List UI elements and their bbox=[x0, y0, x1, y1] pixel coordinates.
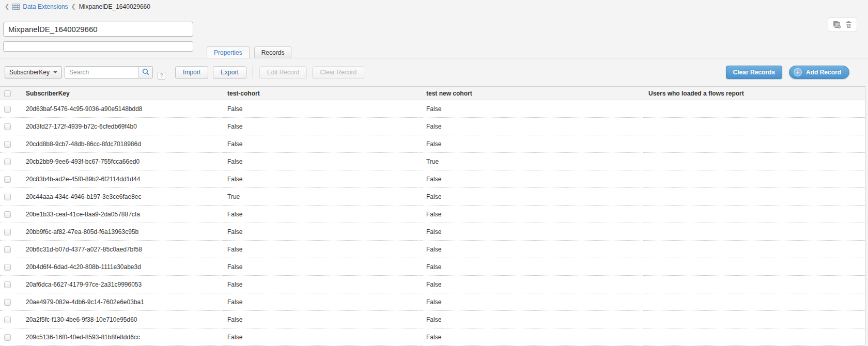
table-row[interactable]: 20a2f5fc-f130-4be6-9f38-10e710e95d60Fals… bbox=[0, 311, 865, 328]
column-header-flows-report: Users who loaded a flows report bbox=[643, 87, 865, 100]
test-new-cohort-cell: False bbox=[421, 170, 643, 188]
test-new-cohort-cell: False bbox=[421, 241, 643, 258]
row-checkbox[interactable] bbox=[4, 211, 11, 218]
test-new-cohort-cell: False bbox=[421, 188, 643, 206]
records-table-container: SubscriberKey test-cohort test new cohor… bbox=[0, 86, 865, 346]
records-toolbar: SubscriberKey ? Import Export Edit Recor… bbox=[0, 58, 868, 86]
breadcrumb-separator-icon: ❮ bbox=[71, 4, 76, 9]
import-button[interactable]: Import bbox=[175, 66, 208, 79]
tab-records[interactable]: Records bbox=[254, 46, 292, 58]
subscriber-key-cell: 20d3fd27-172f-4939-b72c-6cfedb69f4b0 bbox=[21, 118, 222, 135]
test-cohort-cell: False bbox=[222, 311, 421, 328]
test-cohort-cell: False bbox=[222, 206, 421, 223]
search-icon bbox=[142, 68, 149, 77]
copy-icon[interactable] bbox=[833, 21, 841, 28]
test-new-cohort-cell: False bbox=[421, 311, 643, 328]
test-new-cohort-cell: False bbox=[421, 293, 643, 311]
table-row[interactable]: 20d3fd27-172f-4939-b72c-6cfedb69f4b0Fals… bbox=[0, 118, 865, 135]
table-row[interactable]: 20c44aaa-434c-4946-b197-3e3ce6fae8ecTrue… bbox=[0, 188, 865, 206]
table-header-row: SubscriberKey test-cohort test new cohor… bbox=[0, 87, 865, 100]
test-new-cohort-cell: False bbox=[421, 206, 643, 223]
flows-report-cell bbox=[643, 206, 865, 223]
subscriber-key-cell: 20be1b33-ceaf-41ce-8aa9-2da057887cfa bbox=[21, 206, 222, 223]
column-header-test-new-cohort: test new cohort bbox=[421, 87, 643, 100]
row-checkbox[interactable] bbox=[4, 141, 11, 148]
search-field-selector[interactable]: SubscriberKey bbox=[5, 66, 62, 78]
flows-report-cell bbox=[643, 100, 865, 118]
row-checkbox[interactable] bbox=[4, 159, 11, 165]
table-row[interactable]: 20ae4979-082e-4db6-9c14-7602e6e03ba1Fals… bbox=[0, 293, 865, 311]
test-cohort-cell: False bbox=[222, 100, 421, 118]
row-checkbox[interactable] bbox=[4, 106, 11, 113]
table-row[interactable]: 209c5136-16f0-40ed-8593-81b8fe8dd6ccFals… bbox=[0, 328, 865, 346]
subscriber-key-cell: 20af6dca-6627-4179-97ce-2a31c9996053 bbox=[21, 276, 222, 293]
test-new-cohort-cell: False bbox=[421, 135, 643, 153]
search-field-selector-label: SubscriberKey bbox=[9, 69, 50, 76]
clear-records-button[interactable]: Clear Records bbox=[726, 66, 782, 79]
flows-report-cell bbox=[643, 311, 865, 328]
add-record-button[interactable]: + Add Record bbox=[789, 66, 849, 79]
flows-report-cell bbox=[643, 241, 865, 258]
test-cohort-cell: False bbox=[222, 135, 421, 153]
row-checkbox[interactable] bbox=[4, 317, 11, 323]
table-row[interactable]: 20d63baf-5476-4c95-9036-a90e5148bdd8Fals… bbox=[0, 100, 865, 118]
test-cohort-cell: False bbox=[222, 258, 421, 276]
row-checkbox[interactable] bbox=[4, 194, 11, 200]
records-table: SubscriberKey test-cohort test new cohor… bbox=[0, 86, 865, 346]
row-checkbox[interactable] bbox=[4, 176, 11, 183]
table-row[interactable]: 20be1b33-ceaf-41ce-8aa9-2da057887cfaFals… bbox=[0, 206, 865, 223]
header-actions-box bbox=[828, 17, 857, 32]
select-all-checkbox[interactable] bbox=[4, 90, 11, 97]
test-cohort-cell: False bbox=[222, 328, 421, 346]
table-row[interactable]: 20af6dca-6627-4179-97ce-2a31c9996053Fals… bbox=[0, 276, 865, 293]
flows-report-cell bbox=[643, 188, 865, 206]
data-extension-grid-icon bbox=[12, 4, 20, 10]
subscriber-key-cell: 20cb2bb9-9ee6-493f-bc67-755fcca66ed0 bbox=[21, 153, 222, 170]
table-row[interactable]: 20b6c31d-b07d-4377-a027-85c0aed7bf58Fals… bbox=[0, 241, 865, 258]
row-checkbox[interactable] bbox=[4, 229, 11, 235]
subscriber-key-cell: 209c5136-16f0-40ed-8593-81b8fe8dd6cc bbox=[21, 328, 222, 346]
flows-report-cell bbox=[643, 153, 865, 170]
test-new-cohort-cell: False bbox=[421, 223, 643, 241]
flows-report-cell bbox=[643, 258, 865, 276]
delete-icon[interactable] bbox=[845, 21, 852, 28]
table-row[interactable]: 20cdd8b8-9cb7-48db-86cc-8fdc7018986dFals… bbox=[0, 135, 865, 153]
add-record-label: Add Record bbox=[806, 69, 841, 76]
test-cohort-cell: False bbox=[222, 118, 421, 135]
row-checkbox[interactable] bbox=[4, 334, 11, 341]
detail-header: Properties Records bbox=[0, 11, 868, 58]
breadcrumb-data-extensions-link[interactable]: Data Extensions bbox=[23, 3, 68, 10]
table-row[interactable]: 20bb9f6c-af82-47ea-805d-f6a13963c95bFals… bbox=[0, 223, 865, 241]
column-header-test-cohort: test-cohort bbox=[222, 87, 421, 100]
row-checkbox[interactable] bbox=[4, 246, 11, 253]
row-checkbox[interactable] bbox=[4, 123, 11, 130]
table-row[interactable]: 20b4d6f4-6dad-4c20-808b-1111e30abe3dFals… bbox=[0, 258, 865, 276]
flows-report-cell bbox=[643, 223, 865, 241]
table-row[interactable]: 20c83b4b-ad2e-45f0-89b2-6f2114dd1d44Fals… bbox=[0, 170, 865, 188]
subscriber-key-cell: 20bb9f6c-af82-47ea-805d-f6a13963c95b bbox=[21, 223, 222, 241]
data-extension-name-input[interactable] bbox=[3, 22, 193, 37]
flows-report-cell bbox=[643, 135, 865, 153]
back-chevron-icon[interactable]: ❮ bbox=[5, 4, 9, 9]
toolbar-divider bbox=[253, 66, 253, 79]
test-new-cohort-cell: False bbox=[421, 100, 643, 118]
search-button[interactable] bbox=[138, 67, 152, 78]
export-button[interactable]: Export bbox=[213, 66, 246, 79]
edit-record-button[interactable]: Edit Record bbox=[259, 66, 307, 79]
breadcrumb: ❮ Data Extensions ❮ MixpanelDE_164002966… bbox=[0, 0, 868, 11]
subscriber-key-cell: 20a2f5fc-f130-4be6-9f38-10e710e95d60 bbox=[21, 311, 222, 328]
plus-icon: + bbox=[794, 68, 802, 76]
tab-properties[interactable]: Properties bbox=[207, 46, 250, 58]
row-checkbox[interactable] bbox=[4, 299, 11, 306]
row-checkbox[interactable] bbox=[4, 264, 11, 271]
clear-record-button[interactable]: Clear Record bbox=[312, 66, 364, 79]
external-key-input[interactable] bbox=[3, 41, 193, 52]
records-table-body: 20d63baf-5476-4c95-9036-a90e5148bdd8Fals… bbox=[0, 100, 865, 346]
test-cohort-cell: False bbox=[222, 241, 421, 258]
help-icon[interactable]: ? bbox=[158, 72, 165, 80]
flows-report-cell bbox=[643, 170, 865, 188]
row-checkbox[interactable] bbox=[4, 281, 11, 288]
table-row[interactable]: 20cb2bb9-9ee6-493f-bc67-755fcca66ed0Fals… bbox=[0, 153, 865, 170]
search-input[interactable] bbox=[65, 67, 138, 78]
search-box bbox=[65, 66, 153, 78]
